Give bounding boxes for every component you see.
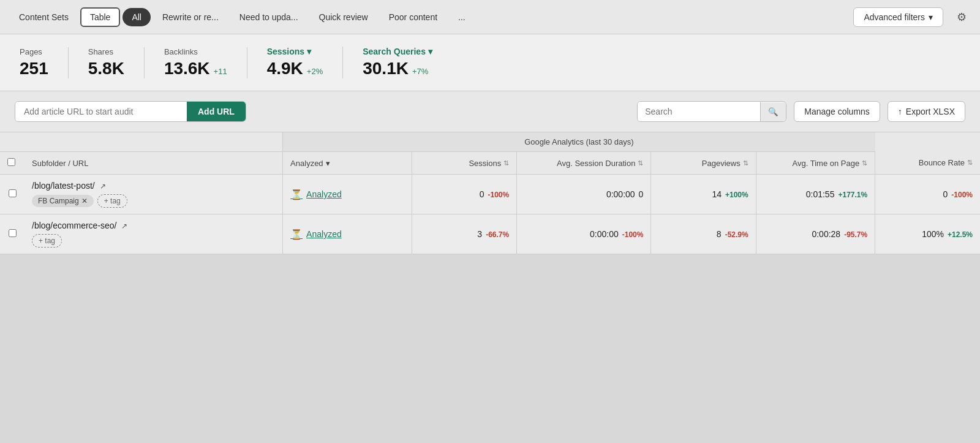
nav-all[interactable]: All	[123, 8, 151, 26]
sort-icon: ⇅	[638, 159, 643, 167]
pageviews-cell: 8 -52.9%	[651, 214, 756, 254]
nav-table[interactable]: Table	[80, 7, 120, 27]
tag[interactable]: FB Campaig ✕	[32, 195, 94, 207]
clock-icon: ⏳	[290, 189, 303, 200]
stat-shares-label: Shares	[88, 47, 124, 56]
search-input[interactable]	[638, 102, 760, 121]
avg-session-sort[interactable]: Avg. Session Duration ⇅	[557, 159, 643, 168]
stat-sessions-delta: +2%	[307, 67, 323, 76]
analyzed-cell: ⏳ Analyzed	[283, 175, 412, 214]
avg-time-value-wrap: 0:01:55 +177.1%	[764, 189, 867, 199]
sessions-value-wrap: 3 -66.7%	[420, 229, 509, 239]
pageviews-cell: 14 +100%	[651, 175, 756, 214]
sessions-sort[interactable]: Sessions ⇅	[469, 159, 509, 168]
url-input[interactable]	[15, 102, 187, 121]
search-wrapper: 🔍	[637, 101, 786, 122]
sessions-delta: -100%	[488, 191, 510, 199]
analyzed-sort[interactable]: Analyzed ▾	[290, 159, 330, 168]
sessions-cell: 0 -100%	[412, 175, 516, 214]
nav-more[interactable]: ...	[449, 8, 475, 26]
row-checkbox-cell	[0, 214, 24, 254]
select-all-checkbox[interactable]	[7, 158, 15, 166]
analyzed-cell: ⏳ Analyzed	[283, 214, 412, 254]
export-button[interactable]: ↑ Export XLSX	[888, 101, 965, 122]
tag-remove-icon[interactable]: ✕	[81, 197, 88, 205]
stat-queries-label-link[interactable]: Search Queries ▾	[363, 47, 432, 56]
row-checkbox-cell	[0, 175, 24, 214]
analyzed-link[interactable]: ⏳ Analyzed	[290, 189, 404, 200]
chevron-down-icon: ▾	[326, 159, 330, 168]
analyzed-label: Analyzed	[306, 189, 342, 199]
col-header-row: Subfolder / URL Analyzed ▾ Sessions ⇅	[0, 152, 980, 175]
col-avg-time-header: Avg. Time on Page ⇅	[756, 152, 875, 175]
stats-bar: Pages 251 Shares 5.8K Backlinks 13.6K +1…	[0, 34, 980, 91]
nav-quick-review[interactable]: Quick review	[310, 8, 377, 26]
pageviews-value: 8	[717, 229, 722, 239]
col-bounce-header: Bounce Rate ⇅	[875, 152, 980, 175]
bounce-sort[interactable]: Bounce Rate ⇅	[919, 158, 973, 167]
col-analyzed-header[interactable]: Analyzed ▾	[283, 152, 412, 175]
bounce-cell: 0 -100%	[875, 175, 980, 214]
nav-content-sets[interactable]: Content Sets	[10, 8, 78, 26]
manage-columns-button[interactable]: Manage columns	[794, 101, 880, 122]
stat-sessions-label-link[interactable]: Sessions ▾	[267, 47, 323, 56]
url-cell: /blog/latest-post/ ↗ FB Campaig ✕+ tag	[24, 175, 283, 214]
add-tag-button[interactable]: + tag	[97, 194, 127, 208]
avg-time-value: 0:00:28	[812, 229, 840, 239]
row-checkbox[interactable]	[9, 189, 17, 197]
avg-time-value-wrap: 0:00:28 -95.7%	[764, 229, 867, 239]
bounce-value: 0	[943, 189, 948, 199]
tag-row: + tag	[32, 234, 275, 248]
clock-icon: ⏳	[290, 229, 303, 240]
bounce-cell: 100% +12.5%	[875, 214, 980, 254]
add-url-button[interactable]: Add URL	[187, 102, 246, 121]
avg-time-value: 0:01:55	[806, 189, 835, 199]
url-path: /blog/ecommerce-seo/ ↗	[32, 221, 275, 230]
pageviews-value: 14	[712, 189, 722, 199]
bounce-value: 100%	[922, 229, 944, 239]
toolbar: Add URL 🔍 Manage columns ↑ Export XLSX	[0, 91, 980, 132]
analyzed-link[interactable]: ⏳ Analyzed	[290, 229, 404, 240]
avg-session-value-wrap: 0:00:00 -100%	[524, 229, 643, 239]
search-button[interactable]: 🔍	[760, 102, 786, 121]
nav-poor-content[interactable]: Poor content	[380, 8, 447, 26]
avg-time-sort[interactable]: Avg. Time on Page ⇅	[793, 159, 868, 168]
col-checkbox	[0, 152, 24, 175]
sort-icon: ⇅	[967, 159, 973, 167]
nav-rewrite[interactable]: Rewrite or re...	[153, 8, 228, 26]
external-link-icon[interactable]: ↗	[121, 222, 127, 230]
url-cell: /blog/ecommerce-seo/ ↗ + tag	[24, 214, 283, 254]
stat-backlinks: Backlinks 13.6K +11	[164, 47, 247, 78]
ga-header-row: Google Analytics (last 30 days)	[0, 132, 980, 152]
analyzed-label: Analyzed	[306, 229, 342, 239]
bounce-value-wrap: 0 -100%	[883, 189, 973, 199]
url-slug: ecommerce-seo/	[53, 221, 116, 230]
col-subfolder-header: Subfolder / URL	[24, 152, 283, 175]
nav-need-update[interactable]: Need to upda...	[230, 8, 307, 26]
avg-session-value: 0:00:00	[606, 189, 635, 199]
chevron-down-icon: ▾	[428, 47, 432, 56]
stat-queries-delta: +7%	[412, 67, 428, 76]
avg-time-delta: +177.1%	[838, 191, 867, 199]
settings-button[interactable]: ⚙	[953, 7, 970, 28]
sessions-value: 0	[480, 189, 484, 199]
advanced-filters-button[interactable]: Advanced filters ▾	[853, 7, 943, 27]
stat-pages: Pages 251	[20, 47, 69, 78]
stat-backlinks-value: 13.6K +11	[164, 59, 227, 78]
table-row: /blog/latest-post/ ↗ FB Campaig ✕+ tag ⏳…	[0, 175, 980, 214]
url-slug: latest-post/	[53, 181, 94, 191]
stat-queries-value: 30.1K +7%	[363, 59, 432, 78]
avg-session-delta: -100%	[622, 230, 644, 239]
pageviews-delta: -52.9%	[725, 230, 748, 239]
avg-session-value: 0:00:00	[590, 229, 619, 239]
url-input-wrapper: Add URL	[15, 101, 246, 122]
stat-shares: Shares 5.8K	[88, 47, 145, 78]
add-tag-button[interactable]: + tag	[32, 234, 62, 248]
sessions-value: 3	[477, 229, 482, 239]
col-sessions-header: Sessions ⇅	[412, 152, 516, 175]
external-link-icon[interactable]: ↗	[100, 182, 106, 191]
sessions-delta: -66.7%	[486, 230, 509, 239]
pageviews-sort[interactable]: Pageviews ⇅	[702, 159, 748, 168]
row-checkbox[interactable]	[9, 229, 17, 237]
chevron-down-icon: ▾	[307, 47, 311, 56]
